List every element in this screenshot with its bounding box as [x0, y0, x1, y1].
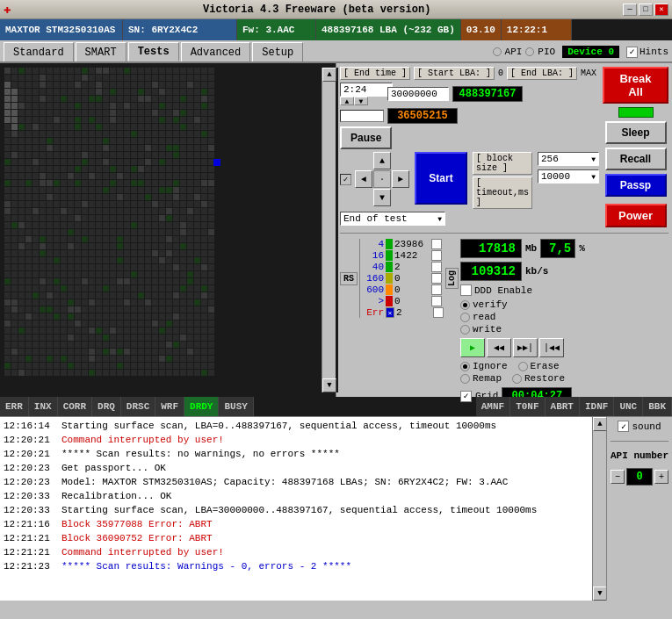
sleep-button[interactable]: Sleep	[605, 121, 667, 144]
api-decrease-button[interactable]: −	[611, 470, 625, 484]
ignore-radio[interactable]	[460, 362, 470, 371]
scroll-down-arrow[interactable]: ▼	[322, 378, 336, 392]
end-time-input[interactable]: 2:24	[340, 83, 393, 97]
time-up-btn[interactable]: ▲	[340, 97, 354, 105]
firmware-info: Fw: 3.AAC	[237, 19, 316, 40]
dpad-checkbox[interactable]: ✓	[340, 174, 351, 185]
ignore-label: Ignore	[473, 361, 508, 371]
pio-radio[interactable]	[525, 47, 534, 56]
app-icon: ✚	[4, 2, 11, 17]
end-time-label: [ End time ]	[340, 67, 410, 80]
sound-checkbox[interactable]	[618, 421, 629, 432]
green-indicator	[618, 107, 654, 118]
sound-checkbox-group[interactable]: sound	[618, 421, 661, 432]
tab-smart[interactable]: SMART	[76, 42, 126, 61]
rs-label: RS	[340, 272, 358, 285]
cb-40[interactable]	[431, 262, 442, 272]
count-16: 1422	[394, 250, 430, 261]
status-corr: CORR	[58, 397, 92, 416]
maximize-button[interactable]: □	[639, 4, 653, 16]
mode-dropdown[interactable]: End of test ▼	[340, 212, 445, 226]
dpad-up[interactable]: ▲	[373, 152, 391, 169]
mb-unit: Mb	[525, 243, 537, 254]
skip-forward-button[interactable]: ▶▶|	[513, 338, 538, 357]
verify-option[interactable]: verify	[460, 299, 668, 310]
api-increase-button[interactable]: +	[654, 470, 668, 484]
restore-option[interactable]: Restore	[512, 373, 565, 384]
dpad-down[interactable]: ▼	[373, 189, 391, 206]
window-title: Victoria 4.3 Freeware (beta version)	[11, 4, 623, 16]
log-scrollbar[interactable]: ▲ ▼	[592, 417, 606, 601]
dpad-left[interactable]: ◄	[355, 170, 372, 188]
verify-radio[interactable]	[460, 300, 470, 310]
status-unc: UNC	[614, 397, 643, 416]
rewind-button[interactable]: ◀◀	[487, 338, 511, 357]
err-icon: ✕	[386, 307, 394, 318]
right-panel: [ End time ] [ Start LBA: ] 0 [ End LBA:…	[336, 63, 672, 397]
cb-600[interactable]	[431, 284, 442, 295]
cb-160[interactable]	[431, 273, 442, 284]
recall-button[interactable]: Recall	[605, 148, 667, 170]
hints-checkbox[interactable]	[626, 47, 638, 58]
passp-button[interactable]: Passp	[605, 174, 667, 197]
read-radio[interactable]	[460, 313, 470, 322]
status-err: ERR	[0, 397, 29, 416]
remap-radio[interactable]	[460, 374, 470, 384]
api-radio[interactable]	[493, 47, 502, 56]
count-4: 23986	[394, 239, 430, 249]
pio-label: PIO	[538, 47, 555, 57]
log-area: 12:16:14 Starting surface scan, LBA=0..4…	[0, 416, 672, 601]
minimize-button[interactable]: ─	[623, 4, 637, 16]
status-drq: DRQ	[92, 397, 121, 416]
block-row-gt: > 0	[362, 296, 444, 306]
api-number-row: − 0 +	[611, 468, 668, 486]
tab-setup[interactable]: Setup	[252, 42, 303, 61]
break-all-button[interactable]: Break All	[603, 67, 668, 104]
cb-4[interactable]	[431, 239, 442, 249]
status-idnf: IDNF	[580, 397, 614, 416]
log-scroll-up[interactable]: ▲	[593, 417, 607, 431]
block-size-dropdown[interactable]: 256 ▼	[538, 152, 599, 166]
pause-button[interactable]: Pause	[340, 126, 392, 149]
scroll-up-arrow[interactable]: ▲	[322, 68, 336, 82]
bar-gt	[386, 296, 393, 306]
graph-area: ▲ ▼	[0, 63, 336, 397]
remap-option[interactable]: Remap	[460, 373, 502, 384]
play-button[interactable]: ▶	[460, 338, 485, 357]
grid-checkbox[interactable]	[460, 391, 472, 402]
tab-standard[interactable]: Standard	[4, 42, 74, 61]
log-label: Log	[445, 268, 459, 289]
main-area: ▲ ▼ [ End time ] [ Start LBA: ] 0 [ End …	[0, 63, 672, 397]
erase-option[interactable]: Erase	[518, 361, 560, 371]
skip-end-button[interactable]: |◀◀	[539, 338, 564, 357]
cb-16[interactable]	[431, 250, 442, 261]
erase-radio[interactable]	[518, 362, 528, 371]
power-button[interactable]: Power	[605, 204, 667, 227]
time-down-btn[interactable]: ▼	[354, 97, 368, 105]
model-info: MAXTOR STM3250310AS	[0, 19, 123, 40]
ignore-option[interactable]: Ignore	[460, 361, 508, 371]
block-size-label: [ block size ]	[473, 152, 532, 175]
time-info: 12:22:1	[502, 19, 572, 40]
tab-advanced[interactable]: Advanced	[181, 42, 251, 61]
restore-radio[interactable]	[512, 374, 522, 384]
write-option[interactable]: write	[460, 324, 668, 335]
log-scroll-down[interactable]: ▼	[593, 587, 607, 601]
hints-checkbox-group[interactable]: Hints	[626, 47, 668, 58]
read-option[interactable]: read	[460, 312, 668, 322]
log-content[interactable]: 12:16:14 Starting surface scan, LBA=0..4…	[0, 417, 592, 601]
write-radio[interactable]	[460, 325, 470, 335]
dpad-center[interactable]: ·	[373, 170, 391, 188]
start-button[interactable]: Start	[415, 152, 467, 205]
close-button[interactable]: ✕	[654, 4, 668, 16]
scan-graph	[4, 68, 338, 392]
block-row-40: 40 2	[362, 262, 444, 272]
cb-gt[interactable]	[431, 296, 442, 306]
start-lba-input[interactable]: 30000000	[387, 87, 449, 101]
ddd-checkbox[interactable]	[460, 284, 472, 296]
timeout-dropdown[interactable]: 10000 ▼	[538, 169, 599, 184]
dpad-right[interactable]: ►	[392, 170, 409, 188]
zero-input[interactable]	[340, 110, 384, 122]
cb-err[interactable]	[433, 307, 444, 318]
tab-tests[interactable]: Tests	[128, 42, 179, 61]
